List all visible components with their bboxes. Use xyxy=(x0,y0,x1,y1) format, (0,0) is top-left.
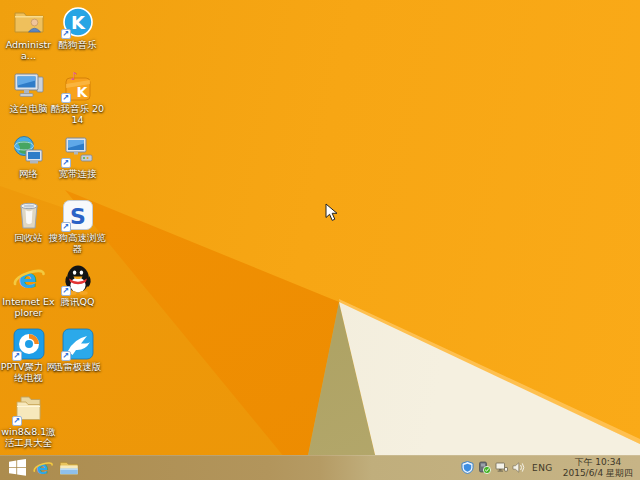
language-indicator[interactable]: ENG xyxy=(529,463,556,473)
desktop-icon-xunlei[interactable]: ↗ 迅雷极速版 xyxy=(49,328,106,372)
internet-explorer-icon: e xyxy=(13,263,45,295)
icon-label: win8&8.1激活工具大全 xyxy=(0,426,57,448)
recycle-bin-icon xyxy=(13,199,45,231)
volume-icon[interactable] xyxy=(512,461,525,474)
shortcut-arrow-icon: ↗ xyxy=(12,416,22,426)
icon-label: 腾讯QQ xyxy=(49,296,106,307)
folder-icon: ↗ xyxy=(13,393,45,425)
windows-desktop[interactable]: Administra... 这台电脑 网络 回收站 e Internet Exp… xyxy=(0,0,640,480)
desktop-icon-win-tools[interactable]: ↗ win8&8.1激活工具大全 xyxy=(0,393,57,448)
shortcut-arrow-icon: ↗ xyxy=(61,158,71,168)
pptv-icon: ↗ xyxy=(13,328,45,360)
shortcut-arrow-icon: ↗ xyxy=(61,351,71,361)
desktop-icon-broadband[interactable]: ↗ 宽带连接 xyxy=(49,135,106,179)
broadband-connection-icon: ↗ xyxy=(62,135,94,167)
qq-penguin-icon: ↗ xyxy=(62,263,94,295)
desktop-icon-kuwo[interactable]: K♪ ↗ 酷我音乐 2014 xyxy=(49,70,106,125)
clock[interactable]: 下午 10:34 2015/6/4 星期四 xyxy=(560,457,636,478)
shortcut-arrow-icon: ↗ xyxy=(61,222,71,232)
network-tray-icon[interactable] xyxy=(495,461,508,474)
shortcut-arrow-icon: ↗ xyxy=(12,351,22,361)
xunlei-bird-icon: ↗ xyxy=(62,328,94,360)
shortcut-arrow-icon: ↗ xyxy=(61,93,71,103)
network-globe-icon xyxy=(13,135,45,167)
security-shield-icon[interactable] xyxy=(461,461,474,474)
svg-text:♪: ♪ xyxy=(70,70,77,83)
clock-time: 下午 10:34 xyxy=(563,457,633,468)
shortcut-arrow-icon: ↗ xyxy=(61,29,71,39)
icon-label: 酷狗音乐 xyxy=(49,39,106,50)
icon-label: 搜狗高速浏览器 xyxy=(49,232,106,254)
safety-check-icon[interactable] xyxy=(478,461,491,474)
computer-icon xyxy=(13,70,45,102)
kuwo-music-icon: K♪ ↗ xyxy=(62,70,94,102)
internet-explorer-icon: e xyxy=(33,458,53,478)
icon-label: 酷我音乐 2014 xyxy=(49,103,106,125)
start-button[interactable] xyxy=(4,455,30,480)
desktop-icon-kugou[interactable]: K ↗ 酷狗音乐 xyxy=(49,6,106,50)
desktop-icon-sogou[interactable]: S ↗ 搜狗高速浏览器 xyxy=(49,199,106,254)
sogou-browser-icon: S ↗ xyxy=(62,199,94,231)
icon-label: 迅雷极速版 xyxy=(49,361,106,372)
svg-text:e: e xyxy=(18,263,36,294)
shortcut-arrow-icon: ↗ xyxy=(61,286,71,296)
system-tray: ENG 下午 10:34 2015/6/4 星期四 xyxy=(461,455,636,480)
taskbar-file-explorer-button[interactable] xyxy=(56,455,82,480)
svg-text:K: K xyxy=(76,84,88,100)
taskbar-ie-button[interactable]: e xyxy=(30,455,56,480)
clock-date: 2015/6/4 星期四 xyxy=(563,468,633,479)
desktop-icon-qq[interactable]: ↗ 腾讯QQ xyxy=(49,263,106,307)
icon-label: 宽带连接 xyxy=(49,168,106,179)
user-folder-icon xyxy=(13,6,45,38)
svg-text:e: e xyxy=(37,458,48,478)
file-explorer-icon xyxy=(59,458,79,478)
windows-logo-icon xyxy=(9,459,26,476)
taskbar: e ENG xyxy=(0,455,640,480)
kugou-music-icon: K ↗ xyxy=(62,6,94,38)
svg-text:S: S xyxy=(70,204,86,229)
svg-text:K: K xyxy=(71,12,86,33)
